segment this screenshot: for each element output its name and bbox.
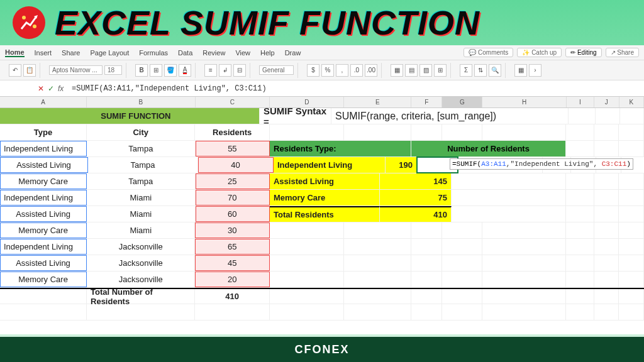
table-button[interactable]: ▤ xyxy=(405,64,418,77)
summary-total-val[interactable]: 410 xyxy=(380,206,451,222)
tab-view[interactable]: View xyxy=(235,49,250,57)
tab-insert[interactable]: Insert xyxy=(35,49,52,57)
cell-city[interactable]: Tampa xyxy=(87,141,196,156)
col-F[interactable]: F xyxy=(411,97,442,107)
summary-total-label[interactable]: Total Residents xyxy=(270,206,380,222)
tab-data[interactable]: Data xyxy=(178,49,192,57)
cell-city[interactable]: Tampa xyxy=(87,173,196,189)
formula-input[interactable]: =SUMIF(A3:A11,"Independent Living", C3:C… xyxy=(68,84,644,93)
tab-page-layout[interactable]: Page Layout xyxy=(90,49,129,57)
cell-residents[interactable]: 70 xyxy=(196,190,270,206)
cell-type[interactable]: Memory Care xyxy=(0,272,87,287)
cell-residents[interactable]: 20 xyxy=(195,272,269,287)
tab-review[interactable]: Review xyxy=(203,49,225,57)
total-label[interactable]: Total Number of Residents xyxy=(87,289,195,304)
undo-icon[interactable]: ↶ xyxy=(9,64,21,77)
header-type[interactable]: Type xyxy=(0,124,87,140)
summary-h2[interactable]: Number of Residents xyxy=(411,141,566,156)
border-button[interactable]: ⊞ xyxy=(150,64,162,77)
cell-city[interactable]: Miami xyxy=(87,222,195,238)
cell-city[interactable]: Jacksonville xyxy=(87,272,195,287)
header-residents[interactable]: Residents xyxy=(195,124,269,140)
inline-formula-editor[interactable]: =SUMIF(A3:A11,"Independent Living", C3:C… xyxy=(450,158,633,170)
cell-type[interactable]: Assisted Living xyxy=(0,157,88,173)
col-J[interactable]: J xyxy=(594,97,619,107)
cell-city[interactable]: Tampa xyxy=(88,157,198,173)
col-E[interactable]: E xyxy=(344,97,411,107)
cell-residents[interactable]: 30 xyxy=(195,222,269,238)
sum-button[interactable]: Σ xyxy=(460,64,472,77)
title-cell[interactable] xyxy=(0,108,84,124)
cell-residents[interactable]: 40 xyxy=(198,157,274,173)
font-select[interactable]: Aptos Narrow ... xyxy=(49,65,103,75)
cell-city[interactable]: Jacksonville xyxy=(87,255,195,271)
cell-residents[interactable]: 60 xyxy=(196,206,270,222)
col-C[interactable]: C xyxy=(196,97,270,107)
summary-val[interactable]: 190 xyxy=(386,157,417,173)
worksheet[interactable]: SUMIF FUNCTION SUMIF Syntax = SUMIF(rang… xyxy=(0,108,644,334)
fx-icon[interactable]: fx xyxy=(58,84,64,93)
syntax-label[interactable]: SUMIF Syntax = xyxy=(260,108,331,124)
col-A[interactable]: A xyxy=(0,97,87,107)
share-button[interactable]: ↗ Share xyxy=(606,48,639,57)
cell-type[interactable]: Independent Living xyxy=(0,239,87,255)
cells-button[interactable]: ⊞ xyxy=(434,64,447,77)
font-color-button[interactable]: A xyxy=(179,64,191,77)
cell-residents[interactable]: 25 xyxy=(196,173,270,189)
cell-type[interactable]: Memory Care xyxy=(0,222,87,238)
col-B[interactable]: B xyxy=(87,97,196,107)
cell-city[interactable]: Miami xyxy=(87,206,196,222)
col-G[interactable]: G xyxy=(442,97,482,107)
tab-formulas[interactable]: Formulas xyxy=(139,49,168,57)
col-H[interactable]: H xyxy=(482,97,566,107)
percent-button[interactable]: % xyxy=(321,64,334,77)
tab-help[interactable]: Help xyxy=(260,49,275,57)
more-button[interactable]: › xyxy=(529,64,541,77)
cell-type[interactable]: Independent Living xyxy=(0,190,87,206)
col-I[interactable]: I xyxy=(567,97,594,107)
size-select[interactable]: 18 xyxy=(104,65,122,75)
currency-button[interactable]: $ xyxy=(307,64,319,77)
title-cell[interactable]: SUMIF FUNCTION xyxy=(84,108,188,124)
sort-button[interactable]: ⇅ xyxy=(474,64,487,77)
confirm-icon[interactable]: ✓ xyxy=(48,84,54,93)
summary-label[interactable]: Independent Living xyxy=(274,157,386,173)
tab-home[interactable]: Home xyxy=(5,48,25,57)
cell-residents[interactable]: 65 xyxy=(195,239,269,255)
fill-color-button[interactable]: 🪣 xyxy=(164,64,177,77)
comments-button[interactable]: 💬 Comments xyxy=(464,48,513,57)
cell-residents[interactable]: 55 xyxy=(196,141,270,156)
styles-button[interactable]: ▨ xyxy=(419,64,432,77)
summary-label[interactable]: Memory Care xyxy=(270,190,380,206)
addins-button[interactable]: ▦ xyxy=(514,64,527,77)
cell-city[interactable]: Miami xyxy=(87,190,196,206)
cell-type[interactable]: Assisted Living xyxy=(0,206,87,222)
merge-button[interactable]: ⊟ xyxy=(233,64,246,77)
header-city[interactable]: City xyxy=(87,124,195,140)
tab-share[interactable]: Share xyxy=(62,49,80,57)
align-button[interactable]: ≡ xyxy=(204,64,217,77)
paste-icon[interactable]: 📋 xyxy=(23,64,36,77)
summary-label[interactable]: Assisted Living xyxy=(270,173,380,189)
decimal-dec-button[interactable]: .0 xyxy=(350,64,363,77)
format-select[interactable]: General xyxy=(259,65,294,75)
col-K[interactable]: K xyxy=(619,97,644,107)
tab-draw[interactable]: Draw xyxy=(285,49,301,57)
bold-button[interactable]: B xyxy=(135,64,148,77)
cell-residents[interactable]: 45 xyxy=(195,255,269,271)
comma-button[interactable]: , xyxy=(336,64,348,77)
decimal-inc-button[interactable]: .00 xyxy=(365,64,377,77)
title-cell[interactable] xyxy=(188,108,260,124)
conditional-button[interactable]: ▦ xyxy=(391,64,403,77)
editing-button[interactable]: ✏ Editing xyxy=(565,48,601,57)
total-value[interactable]: 410 xyxy=(195,289,269,304)
summary-h1[interactable]: Residents Type: xyxy=(270,141,411,156)
find-button[interactable]: 🔍 xyxy=(489,64,501,77)
cell-type[interactable]: Memory Care xyxy=(0,173,87,189)
wrap-button[interactable]: ↲ xyxy=(219,64,231,77)
summary-val[interactable]: 75 xyxy=(380,190,451,206)
cell-type[interactable]: Independent Living xyxy=(0,141,87,156)
catchup-button[interactable]: ✨ Catch up xyxy=(517,48,562,57)
cell-type[interactable]: Assisted Living xyxy=(0,255,87,271)
cell-city[interactable]: Jacksonville xyxy=(87,239,195,255)
